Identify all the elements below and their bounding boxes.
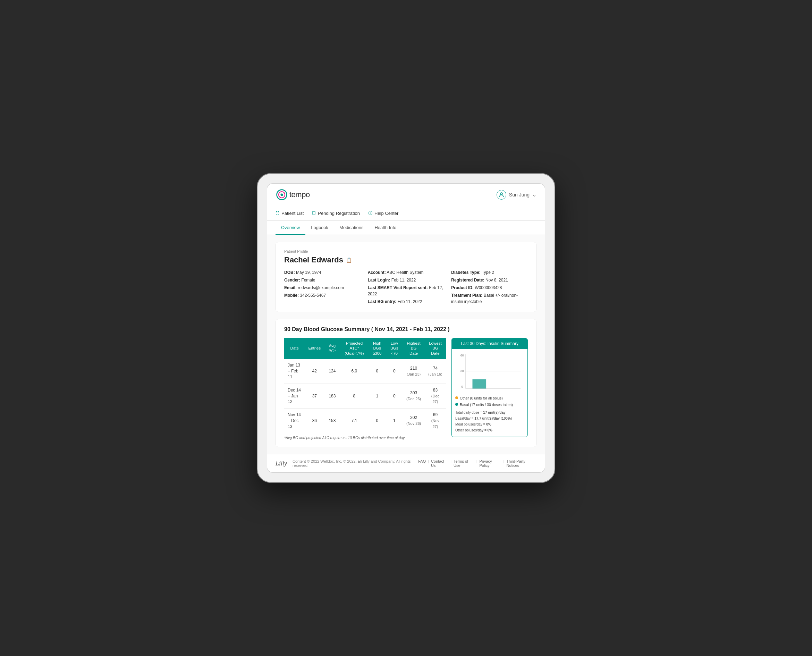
profile-last-bg: Last BG entry: Feb 11, 2022 <box>368 299 444 305</box>
user-avatar-icon <box>496 190 506 200</box>
cell-lowest-bg: 74(Jan 16) <box>425 359 446 384</box>
table-row: Dec 14 – Jan 12 37 183 8 1 0 303(Dec 26)… <box>284 384 446 408</box>
profile-col-1: DOB: May 19, 1974 Gender: Female Email: … <box>284 269 361 305</box>
bg-summary-title: 90 Day Blood Glucose Summary ( Nov 14, 2… <box>284 326 528 333</box>
cell-avg-bg: 183 <box>324 384 340 408</box>
svg-rect-11 <box>473 379 487 388</box>
cell-lowest-bg: 69(Nov 27) <box>425 408 446 433</box>
insulin-summary-title: Last 30 Days: Insulin Summary <box>452 339 527 349</box>
col-entries: Entries <box>305 338 324 359</box>
svg-point-2 <box>280 193 283 196</box>
bg-summary-card: 90 Day Blood Glucose Summary ( Nov 14, 2… <box>275 319 537 447</box>
insulin-chart: 60 30 0 <box>455 352 524 392</box>
insulin-chart-area: 60 30 0 <box>452 349 527 437</box>
app-footer: Lilly Content © 2022 Welldoc, Inc. © 202… <box>267 454 545 472</box>
col-lowest-bg: Lowest BGDate <box>425 338 446 359</box>
user-name: Sun Jung <box>509 192 529 198</box>
footer-copyright: Content © 2022 Welldoc, Inc. © 2022, Eli… <box>292 459 418 467</box>
tabs-bar: Overview Logbook Medications Health Info <box>267 221 545 235</box>
profile-last-login: Last Login: Feb 11, 2022 <box>368 277 444 283</box>
user-menu[interactable]: Sun Jung ⌄ <box>496 190 537 200</box>
nav-patient-list[interactable]: ☷ Patient List <box>275 210 304 217</box>
footer-link[interactable]: Third-Party Notices <box>506 459 537 467</box>
cell-entries: 36 <box>305 408 324 433</box>
footer-separator: | <box>428 459 429 467</box>
profile-diabetes-type: Diabetes Type: Type 2 <box>451 269 528 275</box>
profile-account: Account: ABC Health System <box>368 269 444 275</box>
cell-high-bgs: 1 <box>368 384 386 408</box>
profile-email: Email: redwards@example.com <box>284 285 361 291</box>
help-icon: ⓘ <box>368 210 372 216</box>
profile-product-id: Product ID: W0000003428 <box>451 285 528 291</box>
patient-profile-card: Patient Profile Rachel Edwards 📋 DOB: Ma… <box>275 242 537 312</box>
insulin-stats: Total daily dose = 17 unit(s)/dayBasal/d… <box>455 410 524 433</box>
footer-link[interactable]: Contact Us <box>431 459 449 467</box>
app-header: tempo Sun Jung ⌄ <box>267 184 545 206</box>
profile-registered-date: Registered Date: Nov 8, 2021 <box>451 277 528 283</box>
profile-col-3: Diabetes Type: Type 2 Registered Date: N… <box>451 269 528 305</box>
cell-entries: 37 <box>305 384 324 408</box>
col-low-bgs: Low BGs<70 <box>386 338 402 359</box>
tab-logbook[interactable]: Logbook <box>305 221 334 235</box>
profile-mobile: Mobile: 342-555-5467 <box>284 292 361 299</box>
tab-medications[interactable]: Medications <box>334 221 369 235</box>
cell-low-bgs: 1 <box>386 408 402 433</box>
profile-grid: DOB: May 19, 1974 Gender: Female Email: … <box>284 269 528 305</box>
top-nav: ☷ Patient List ☐ Pending Registration ⓘ … <box>267 206 545 221</box>
col-a1c: Projected A1C*(Goal<7%) <box>340 338 368 359</box>
nav-pending-registration[interactable]: ☐ Pending Registration <box>312 210 360 217</box>
nav-pending-label: Pending Registration <box>318 211 360 216</box>
footer-link[interactable]: FAQ <box>418 459 426 467</box>
cell-date: Nov 14 – Dec 13 <box>284 408 305 433</box>
edit-patient-icon[interactable]: 📋 <box>346 257 352 263</box>
insulin-stat-item: Basal/day = 17.7 unit(s)/day (100%) <box>455 415 524 421</box>
insulin-summary-panel: Last 30 Days: Insulin Summary 60 30 0 <box>452 338 528 437</box>
insulin-stat-item: Total daily dose = 17 unit(s)/day <box>455 410 524 415</box>
profile-dob: DOB: May 19, 1974 <box>284 269 361 275</box>
cell-avg-bg: 158 <box>324 408 340 433</box>
cell-highest-bg: 202(Nov 26) <box>402 408 425 433</box>
pending-icon: ☐ <box>312 211 316 215</box>
main-content: Patient Profile Rachel Edwards 📋 DOB: Ma… <box>267 235 545 454</box>
other-dot <box>455 396 458 399</box>
cell-a1c: 8 <box>340 384 368 408</box>
profile-col-2: Account: ABC Health System Last Login: F… <box>368 269 444 305</box>
svg-text:60: 60 <box>461 354 464 357</box>
patient-name-text: Rachel Edwards <box>284 255 343 265</box>
profile-treatment-plan: Treatment Plan: Basal +/- oral/non-insul… <box>451 292 528 305</box>
cell-entries: 42 <box>305 359 324 384</box>
cell-highest-bg: 210(Jan 23) <box>402 359 425 384</box>
footer-link[interactable]: Terms of Use <box>453 459 474 467</box>
svg-point-3 <box>500 193 503 195</box>
bg-table: Date Entries Avg BG* Projected A1C*(Goal… <box>284 338 446 433</box>
legend-other: Other (0 units for all bolus) <box>455 395 524 402</box>
cell-avg-bg: 124 <box>324 359 340 384</box>
cell-low-bgs: 0 <box>386 384 402 408</box>
basal-label: Basal (17 units / 30 doses taken) <box>460 402 513 408</box>
legend-basal: Basal (17 units / 30 doses taken) <box>455 402 524 408</box>
insulin-legend: Other (0 units for all bolus) Basal (17 … <box>455 395 524 408</box>
cell-lowest-bg: 83(Dec 27) <box>425 384 446 408</box>
footer-separator: | <box>476 459 478 467</box>
insulin-stat-item: Other boluses/day = 0% <box>455 427 524 433</box>
basal-dot <box>455 403 458 406</box>
table-row: Jan 13 – Feb 11 42 124 6.0 0 0 210(Jan 2… <box>284 359 446 384</box>
tablet-frame: tempo Sun Jung ⌄ ☷ Patient List ☐ <box>257 173 555 483</box>
tab-overview[interactable]: Overview <box>275 221 305 235</box>
cell-a1c: 6.0 <box>340 359 368 384</box>
nav-patient-list-label: Patient List <box>281 211 304 216</box>
bg-table-container: Date Entries Avg BG* Projected A1C*(Goal… <box>284 338 446 440</box>
nav-help-label: Help Center <box>374 211 398 216</box>
footer-separator: | <box>504 459 504 467</box>
cell-high-bgs: 0 <box>368 359 386 384</box>
insulin-stat-item: Meal boluses/day = 0% <box>455 421 524 427</box>
logo-text: tempo <box>289 190 310 199</box>
svg-text:30: 30 <box>461 369 464 373</box>
footer-link[interactable]: Privacy Policy <box>479 459 501 467</box>
cell-highest-bg: 303(Dec 26) <box>402 384 425 408</box>
tab-health-info[interactable]: Health Info <box>369 221 402 235</box>
footer-links: FAQ | Contact Us | Terms of Use | Privac… <box>418 459 537 467</box>
logo: tempo <box>275 189 310 201</box>
svg-text:0: 0 <box>461 385 463 388</box>
nav-help-center[interactable]: ⓘ Help Center <box>368 210 398 217</box>
